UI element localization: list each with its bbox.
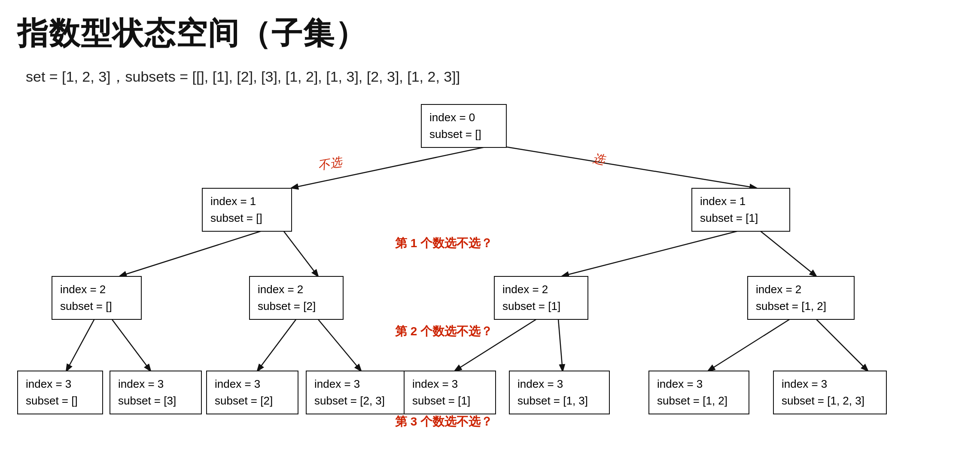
annotation-yes: 选 (591, 150, 606, 169)
svg-line-6 (67, 319, 94, 371)
question2-label: 第 2 个数选不选？ (395, 323, 493, 340)
page-title: 指数型状态空间（子集） (17, 13, 963, 54)
node-l2-2: index = 2 subset = [2] (249, 276, 344, 320)
node-l3-8: index = 3 subset = [1, 2, 3] (773, 371, 887, 414)
svg-line-12 (709, 319, 790, 371)
node-l3-5: index = 3 subset = [1] (404, 371, 496, 414)
svg-line-9 (318, 319, 361, 371)
formula-text: set = [1, 2, 3]，subsets = [[], [1], [2],… (26, 67, 963, 87)
svg-line-1 (507, 147, 756, 188)
page: 指数型状态空间（子集） set = [1, 2, 3]，subsets = [[… (0, 0, 980, 472)
svg-line-13 (816, 319, 867, 371)
svg-line-7 (112, 319, 150, 371)
svg-line-8 (258, 319, 296, 371)
svg-line-4 (563, 231, 739, 276)
node-l2-1: index = 2 subset = [] (52, 276, 142, 320)
svg-line-5 (760, 231, 816, 276)
node-l3-6: index = 3 subset = [1, 3] (509, 371, 610, 414)
svg-line-2 (120, 231, 262, 276)
node-l1-left: index = 1 subset = [] (202, 188, 292, 232)
annotation-no: 不选 (317, 153, 343, 174)
node-l3-2: index = 3 subset = [3] (110, 371, 202, 414)
question3-label: 第 3 个数选不选？ (395, 414, 493, 430)
node-l2-3: index = 2 subset = [1] (494, 276, 588, 320)
svg-line-3 (283, 231, 318, 276)
question1-label: 第 1 个数选不选？ (395, 235, 493, 251)
node-l3-4: index = 3 subset = [2, 3] (306, 371, 405, 414)
tree-diagram: index = 0 subset = [] 不选 选 第 1 个数选不选？ in… (17, 104, 962, 457)
node-l1-right: index = 1 subset = [1] (691, 188, 790, 232)
node-l3-1: index = 3 subset = [] (17, 371, 103, 414)
svg-line-11 (558, 319, 563, 371)
node-l2-4: index = 2 subset = [1, 2] (747, 276, 855, 320)
node-l3-3: index = 3 subset = [2] (206, 371, 298, 414)
node-root: index = 0 subset = [] (421, 104, 507, 148)
node-l3-7: index = 3 subset = [1, 2] (648, 371, 749, 414)
